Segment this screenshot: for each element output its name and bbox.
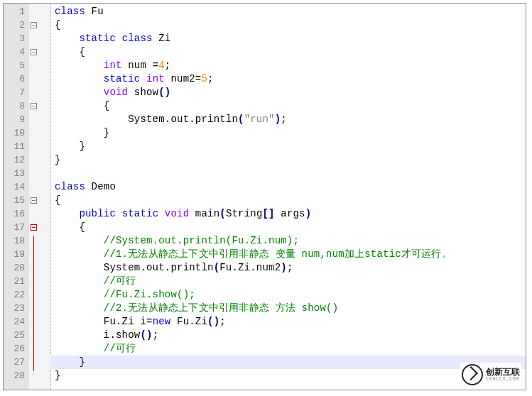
line-number: 12 [4,153,29,167]
fold-toggle-icon[interactable] [31,22,37,28]
code-line[interactable]: System.out.println(Fu.Zi.num2); [50,261,526,275]
token-id [55,289,104,300]
token-id: args [275,208,305,219]
code-line[interactable]: public static void main(String[] args) [50,207,526,221]
line-number: 10 [4,126,29,140]
fold-guide-red [33,236,34,371]
line-number: 2 [4,18,29,32]
code-line[interactable]: class Fu [50,5,526,18]
token-b: () [207,316,219,327]
token-c: //1.无法从静态上下文中引用非静态 变量 num,num加上static才可运… [104,248,452,260]
token-id: } [55,154,61,165]
fold-toggle-icon[interactable] [31,103,37,109]
line-number: 18 [4,234,29,248]
token-id [55,208,79,219]
code-line[interactable]: //Fu.Zi.show(); [50,288,526,302]
token-c: //2.无法从静态上下文中引用非静态 方法 show() [104,302,338,314]
code-line[interactable]: } [50,140,526,153]
code-line[interactable]: } [50,369,526,383]
token-c: //System.out.println(Fu.Zi.num); [104,235,299,246]
fold-toggle-icon[interactable] [31,224,37,231]
line-number: 5 [4,59,29,72]
token-id [55,248,104,260]
code-line[interactable]: //可行 [50,342,526,356]
watermark-logo: 创新互联 CXHLCX.COM [460,363,521,387]
token-id [116,208,122,219]
token-id: Fu.Zi i= [55,316,153,327]
token-t: int [146,73,165,84]
token-id: { [55,221,85,233]
code-line[interactable]: static int num2=5; [50,72,526,86]
token-id: num2= [165,73,202,84]
line-number-gutter: 1234567891011121314151617181920212223242… [4,4,30,390]
line-number: 14 [4,180,29,194]
token-k: class [55,6,85,17]
line-number: 7 [4,86,29,99]
code-line[interactable]: //2.无法从静态上下文中引用非静态 方法 show() [50,302,526,315]
token-id: } [55,370,61,381]
line-number: 6 [4,72,29,86]
token-id: { [55,194,61,206]
token-id: ; [165,60,171,71]
token-id: Fu.Zi.num2 [219,262,281,273]
code-line[interactable]: } [50,153,526,167]
code-line[interactable]: { [50,45,526,59]
code-line[interactable]: i.show(); [50,329,526,342]
fold-toggle-icon[interactable] [31,49,37,55]
token-n: 5 [201,73,207,84]
code-line[interactable]: void show() [50,86,526,99]
code-line[interactable]: //1.无法从静态上下文中引用非静态 变量 num,num加上static才可运… [50,248,526,261]
code-line[interactable]: } [50,356,526,369]
code-line[interactable]: Fu.Zi i=new Fu.Zi(); [50,315,526,329]
code-line[interactable]: int num =4; [50,59,526,72]
token-id: show [128,87,158,98]
token-id [55,60,104,71]
code-line[interactable]: class Demo [50,180,526,194]
token-id [158,208,165,219]
code-line[interactable]: } [50,126,526,140]
code-line[interactable]: { [50,99,526,113]
line-number: 21 [4,275,29,288]
logo-subtext: CXHLCX.COM [486,376,520,382]
token-id: i.show [55,329,140,341]
token-c: //可行 [104,275,136,287]
code-line[interactable] [50,167,526,180]
code-line[interactable]: //可行 [50,275,526,288]
token-id [55,275,104,287]
token-k: class [122,33,153,44]
fold-toggle-icon[interactable] [31,197,37,204]
code-area[interactable]: class Fu{ static class Zi { int num =4; … [50,4,526,390]
token-k: static [79,33,116,44]
fold-column [29,4,41,390]
line-number: 8 [4,99,29,113]
token-t: int [104,60,122,71]
token-id: ; [219,316,226,327]
code-line[interactable]: { [50,194,526,207]
logo-icon [462,364,483,385]
code-line[interactable]: { [50,221,526,234]
token-k: class [55,181,85,192]
line-number: 26 [4,342,29,356]
token-k: public [79,208,116,219]
line-number: 22 [4,288,29,302]
code-line[interactable]: //System.out.println(Fu.Zi.num); [50,234,526,248]
token-b: () [140,329,152,341]
token-b: ( [238,114,244,125]
token-id [55,343,104,354]
line-number: 25 [4,329,29,342]
token-b: [] [262,208,274,219]
token-t: void [165,208,189,219]
token-id [55,87,104,98]
code-line[interactable]: { [50,18,526,32]
line-number: 9 [4,113,29,126]
token-id: ; [287,262,293,273]
token-id: { [55,46,85,57]
line-number: 19 [4,248,29,261]
code-line[interactable]: System.out.println("run"); [50,113,526,126]
line-number: 3 [4,32,29,45]
code-line[interactable]: static class Zi [50,32,526,45]
token-id: num = [122,60,159,71]
token-id [140,73,146,84]
token-id: } [55,356,85,368]
code-editor[interactable]: 1234567891011121314151617181920212223242… [3,3,526,390]
